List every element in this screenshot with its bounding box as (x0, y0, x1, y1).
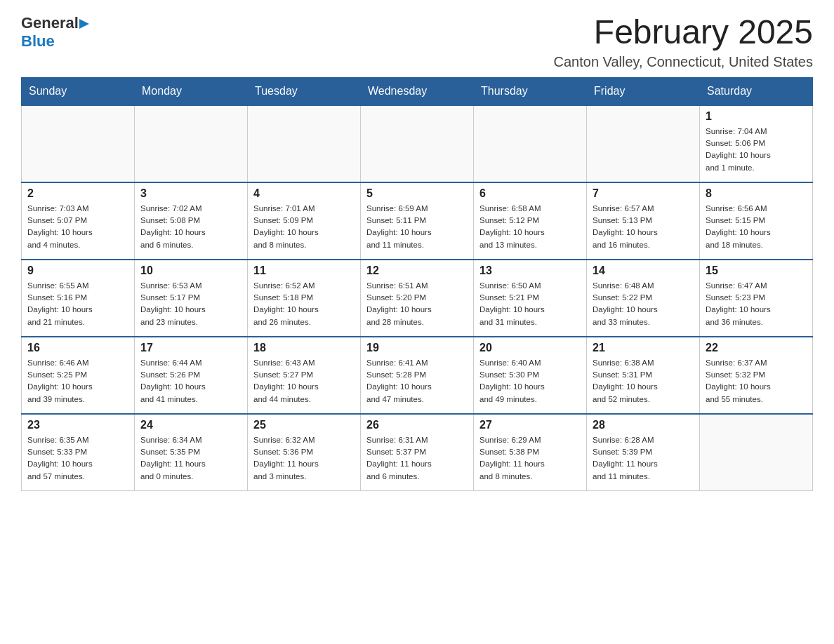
day-number: 21 (593, 342, 694, 354)
calendar-cell: 10Sunrise: 6:53 AMSunset: 5:17 PMDayligh… (135, 260, 248, 337)
day-info: Sunrise: 6:56 AMSunset: 5:15 PMDaylight:… (706, 203, 807, 251)
logo: General Blue (21, 14, 95, 51)
day-number: 3 (140, 187, 241, 200)
day-number: 19 (366, 342, 468, 354)
calendar-cell: 17Sunrise: 6:44 AMSunset: 5:26 PMDayligh… (135, 337, 248, 414)
day-number: 13 (479, 264, 581, 277)
calendar-cell: 20Sunrise: 6:40 AMSunset: 5:30 PMDayligh… (474, 337, 587, 414)
day-info: Sunrise: 6:55 AMSunset: 5:16 PMDaylight:… (27, 280, 128, 328)
logo-arrow-icon (79, 16, 95, 32)
calendar-cell (248, 105, 361, 182)
day-info: Sunrise: 6:58 AMSunset: 5:12 PMDaylight:… (479, 203, 581, 251)
calendar-cell: 16Sunrise: 6:46 AMSunset: 5:25 PMDayligh… (22, 337, 135, 414)
day-number: 23 (27, 419, 128, 431)
svg-marker-0 (79, 19, 89, 29)
calendar-cell: 4Sunrise: 7:01 AMSunset: 5:09 PMDaylight… (248, 182, 361, 260)
day-info: Sunrise: 6:50 AMSunset: 5:21 PMDaylight:… (479, 280, 581, 328)
day-number: 8 (706, 187, 807, 200)
day-info: Sunrise: 6:31 AMSunset: 5:37 PMDaylight:… (366, 434, 468, 483)
day-info: Sunrise: 6:41 AMSunset: 5:28 PMDaylight:… (366, 357, 468, 405)
calendar-cell: 24Sunrise: 6:34 AMSunset: 5:35 PMDayligh… (135, 414, 248, 491)
calendar-cell (587, 105, 700, 182)
calendar-cell: 18Sunrise: 6:43 AMSunset: 5:27 PMDayligh… (248, 337, 361, 414)
calendar-cell: 5Sunrise: 6:59 AMSunset: 5:11 PMDaylight… (361, 182, 474, 260)
calendar-cell: 2Sunrise: 7:03 AMSunset: 5:07 PMDaylight… (22, 182, 135, 260)
calendar-cell (135, 105, 248, 182)
calendar-cell: 28Sunrise: 6:28 AMSunset: 5:39 PMDayligh… (587, 414, 700, 491)
calendar-table: Sunday Monday Tuesday Wednesday Thursday… (21, 77, 813, 492)
calendar-cell: 19Sunrise: 6:41 AMSunset: 5:28 PMDayligh… (361, 337, 474, 414)
calendar-cell: 21Sunrise: 6:38 AMSunset: 5:31 PMDayligh… (587, 337, 700, 414)
day-info: Sunrise: 6:48 AMSunset: 5:22 PMDaylight:… (593, 280, 694, 328)
day-info: Sunrise: 6:34 AMSunset: 5:35 PMDaylight:… (140, 434, 241, 483)
calendar-cell: 15Sunrise: 6:47 AMSunset: 5:23 PMDayligh… (700, 260, 813, 337)
day-number: 16 (27, 342, 128, 354)
header-friday: Friday (587, 77, 700, 105)
day-number: 11 (253, 264, 355, 277)
day-number: 6 (479, 187, 581, 200)
day-number: 5 (366, 187, 468, 200)
day-info: Sunrise: 6:59 AMSunset: 5:11 PMDaylight:… (366, 203, 468, 251)
header-area: General Blue February 2025 Canton Valley… (21, 14, 813, 70)
day-number: 20 (479, 342, 581, 354)
logo-blue-line: Blue (21, 32, 55, 51)
header-saturday: Saturday (700, 77, 813, 105)
day-number: 28 (593, 419, 694, 431)
calendar-week-4: 23Sunrise: 6:35 AMSunset: 5:33 PMDayligh… (22, 414, 813, 491)
day-info: Sunrise: 6:37 AMSunset: 5:32 PMDaylight:… (706, 357, 807, 405)
day-number: 2 (27, 187, 128, 200)
day-info: Sunrise: 7:01 AMSunset: 5:09 PMDaylight:… (253, 203, 355, 251)
calendar-cell: 26Sunrise: 6:31 AMSunset: 5:37 PMDayligh… (361, 414, 474, 491)
day-info: Sunrise: 7:04 AMSunset: 5:06 PMDaylight:… (706, 126, 807, 174)
day-number: 22 (706, 342, 807, 354)
calendar-cell (700, 414, 813, 491)
calendar-cell: 27Sunrise: 6:29 AMSunset: 5:38 PMDayligh… (474, 414, 587, 491)
day-info: Sunrise: 7:03 AMSunset: 5:07 PMDaylight:… (27, 203, 128, 251)
day-number: 17 (140, 342, 241, 354)
day-info: Sunrise: 6:47 AMSunset: 5:23 PMDaylight:… (706, 280, 807, 328)
calendar-cell: 9Sunrise: 6:55 AMSunset: 5:16 PMDaylight… (22, 260, 135, 337)
logo-general-text: General (21, 14, 79, 32)
title-area: February 2025 Canton Valley, Connecticut… (554, 14, 813, 70)
logo-blue-text: Blue (21, 32, 55, 51)
day-info: Sunrise: 6:53 AMSunset: 5:17 PMDaylight:… (140, 280, 241, 328)
header-monday: Monday (135, 77, 248, 105)
calendar-cell: 11Sunrise: 6:52 AMSunset: 5:18 PMDayligh… (248, 260, 361, 337)
header-tuesday: Tuesday (248, 77, 361, 105)
day-info: Sunrise: 6:29 AMSunset: 5:38 PMDaylight:… (479, 434, 581, 483)
header-wednesday: Wednesday (361, 77, 474, 105)
calendar-week-0: 1Sunrise: 7:04 AMSunset: 5:06 PMDaylight… (22, 105, 813, 182)
day-info: Sunrise: 6:51 AMSunset: 5:20 PMDaylight:… (366, 280, 468, 328)
calendar-cell: 12Sunrise: 6:51 AMSunset: 5:20 PMDayligh… (361, 260, 474, 337)
day-number: 25 (253, 419, 355, 431)
calendar-cell: 25Sunrise: 6:32 AMSunset: 5:36 PMDayligh… (248, 414, 361, 491)
day-number: 4 (253, 187, 355, 200)
calendar-cell (22, 105, 135, 182)
calendar-cell: 7Sunrise: 6:57 AMSunset: 5:13 PMDaylight… (587, 182, 700, 260)
header-thursday: Thursday (474, 77, 587, 105)
calendar-cell: 1Sunrise: 7:04 AMSunset: 5:06 PMDaylight… (700, 105, 813, 182)
calendar-cell: 22Sunrise: 6:37 AMSunset: 5:32 PMDayligh… (700, 337, 813, 414)
day-number: 27 (479, 419, 581, 431)
header-sunday: Sunday (22, 77, 135, 105)
day-info: Sunrise: 6:52 AMSunset: 5:18 PMDaylight:… (253, 280, 355, 328)
day-info: Sunrise: 6:44 AMSunset: 5:26 PMDaylight:… (140, 357, 241, 405)
day-info: Sunrise: 6:46 AMSunset: 5:25 PMDaylight:… (27, 357, 128, 405)
day-info: Sunrise: 7:02 AMSunset: 5:08 PMDaylight:… (140, 203, 241, 251)
calendar-week-3: 16Sunrise: 6:46 AMSunset: 5:25 PMDayligh… (22, 337, 813, 414)
calendar-cell: 14Sunrise: 6:48 AMSunset: 5:22 PMDayligh… (587, 260, 700, 337)
calendar-cell: 13Sunrise: 6:50 AMSunset: 5:21 PMDayligh… (474, 260, 587, 337)
day-number: 18 (253, 342, 355, 354)
calendar-cell: 8Sunrise: 6:56 AMSunset: 5:15 PMDaylight… (700, 182, 813, 260)
day-number: 26 (366, 419, 468, 431)
calendar-week-2: 9Sunrise: 6:55 AMSunset: 5:16 PMDaylight… (22, 260, 813, 337)
day-info: Sunrise: 6:43 AMSunset: 5:27 PMDaylight:… (253, 357, 355, 405)
calendar-cell: 3Sunrise: 7:02 AMSunset: 5:08 PMDaylight… (135, 182, 248, 260)
day-number: 10 (140, 264, 241, 277)
day-number: 14 (593, 264, 694, 277)
day-info: Sunrise: 6:38 AMSunset: 5:31 PMDaylight:… (593, 357, 694, 405)
day-info: Sunrise: 6:35 AMSunset: 5:33 PMDaylight:… (27, 434, 128, 483)
logo-line1: General (21, 14, 95, 32)
day-info: Sunrise: 6:40 AMSunset: 5:30 PMDaylight:… (479, 357, 581, 405)
day-number: 15 (706, 264, 807, 277)
